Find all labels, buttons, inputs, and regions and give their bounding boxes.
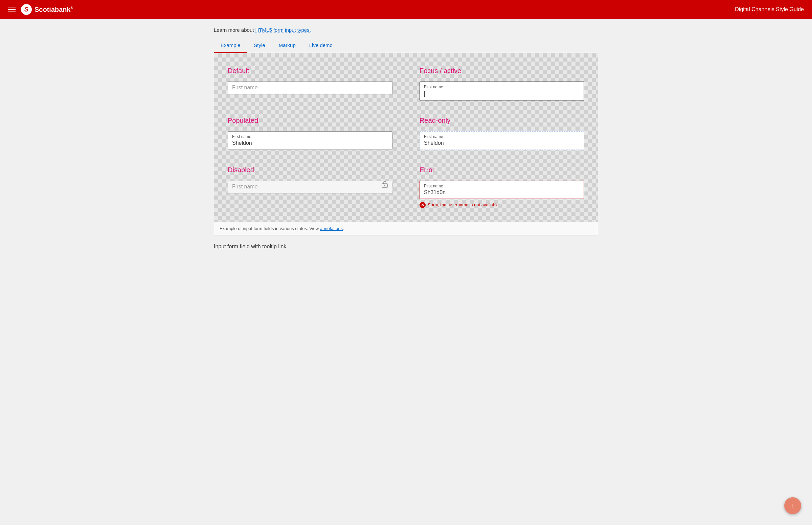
- populated-input-container[interactable]: First name Sheldon: [228, 131, 392, 150]
- state-error: Error First name Sh31d0n ✕ Sorry, that u…: [420, 166, 584, 208]
- demo-container: Default First name Focus / active First …: [214, 53, 598, 236]
- focus-input-container[interactable]: First name: [420, 81, 584, 101]
- tab-live-demo[interactable]: Live demo: [302, 38, 339, 53]
- state-default-label: Default: [228, 67, 392, 75]
- logo-s: S: [24, 6, 28, 13]
- state-populated: Populated First name Sheldon: [228, 117, 392, 150]
- disabled-input-placeholder: First name: [232, 184, 388, 190]
- readonly-input-label: First name: [424, 134, 580, 139]
- checkerboard-area: Default First name Focus / active First …: [214, 54, 598, 222]
- state-populated-label: Populated: [228, 117, 392, 124]
- tab-bar: Example Style Markup Live demo: [214, 38, 598, 53]
- app-header: S Scotiabank® Digital Channels Style Gui…: [0, 0, 812, 19]
- error-message: ✕ Sorry, that username is not available.: [420, 202, 584, 208]
- readonly-input-value: Sheldon: [424, 140, 580, 146]
- default-input-container[interactable]: First name: [228, 81, 392, 94]
- focus-input-cursor: [424, 90, 580, 97]
- populated-input-value: Sheldon: [232, 140, 388, 146]
- state-focus: Focus / active First name: [420, 67, 584, 101]
- state-focus-label: Focus / active: [420, 67, 584, 75]
- disabled-input-container: First name: [228, 181, 392, 194]
- lock-icon: [381, 180, 388, 189]
- error-input-value: Sh31d0n: [424, 190, 580, 196]
- state-error-label: Error: [420, 166, 584, 174]
- error-message-text: Sorry, that username is not available.: [428, 202, 500, 207]
- error-input-container[interactable]: First name Sh31d0n: [420, 181, 584, 199]
- menu-button[interactable]: [8, 7, 16, 12]
- tab-example[interactable]: Example: [214, 38, 247, 53]
- logo: S Scotiabank®: [21, 4, 73, 15]
- state-readonly: Read-only First name Sheldon: [420, 117, 584, 150]
- readonly-input-container: First name Sheldon: [420, 131, 584, 150]
- focus-input-label: First name: [424, 85, 580, 89]
- header-left: S Scotiabank®: [8, 4, 73, 15]
- populated-input-label: First name: [232, 134, 388, 139]
- bottom-section-title: Input form field with tooltip link: [214, 243, 598, 250]
- state-default: Default First name: [228, 67, 392, 101]
- header-title: Digital Channels Style Guide: [735, 6, 804, 13]
- learn-more-text: Learn more about HTML5 form input types.: [214, 27, 598, 33]
- tab-markup[interactable]: Markup: [272, 38, 302, 53]
- error-circle-icon: ✕: [420, 202, 426, 208]
- annotations-link[interactable]: annotations: [320, 226, 343, 231]
- logo-text: Scotiabank®: [34, 6, 73, 14]
- svg-point-1: [384, 185, 385, 186]
- error-input-label: First name: [424, 184, 580, 189]
- demo-footer: Example of input form fields in various …: [214, 222, 598, 235]
- state-disabled-label: Disabled: [228, 166, 392, 174]
- state-readonly-label: Read-only: [420, 117, 584, 124]
- logo-icon: S: [21, 4, 32, 15]
- state-disabled: Disabled First name: [228, 166, 392, 208]
- states-grid: Default First name Focus / active First …: [228, 67, 584, 208]
- main-content: Learn more about HTML5 form input types.…: [203, 19, 609, 258]
- text-cursor: [424, 91, 425, 97]
- default-input-placeholder: First name: [232, 85, 388, 91]
- html5-link[interactable]: HTML5 form input types.: [255, 27, 311, 33]
- tab-style[interactable]: Style: [247, 38, 272, 53]
